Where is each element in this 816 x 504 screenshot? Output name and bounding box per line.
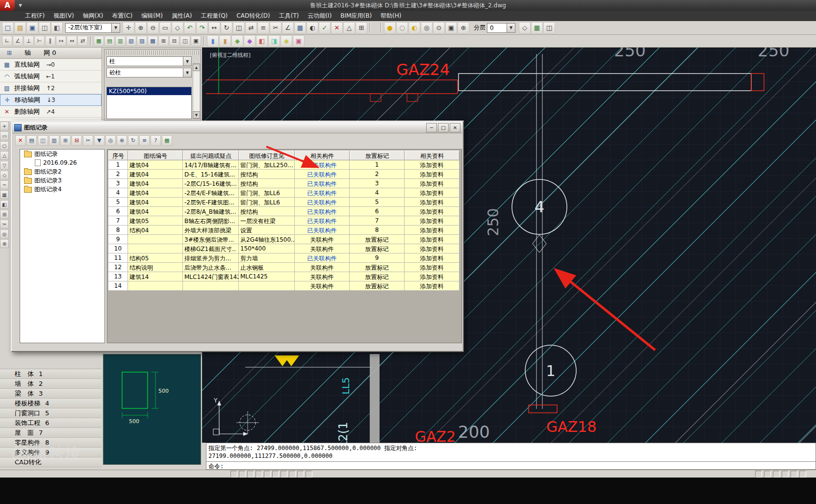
status-toggle-0[interactable] bbox=[230, 471, 237, 478]
draw-triangle-icon[interactable]: △ bbox=[0, 151, 9, 160]
component-list-item[interactable]: KZ(500*500) bbox=[107, 87, 191, 95]
cell-material[interactable]: 添加资料 bbox=[405, 160, 459, 170]
parallel-icon[interactable]: ∥ bbox=[45, 36, 55, 46]
menu-item-3[interactable]: 布置(C) bbox=[107, 11, 137, 21]
axis-copy-icon[interactable]: ◫ bbox=[180, 36, 190, 46]
cell-mark[interactable]: 1 bbox=[350, 160, 405, 170]
close-button[interactable]: ✕ bbox=[450, 123, 460, 132]
category-item-5[interactable]: 装饰工程6 bbox=[0, 418, 102, 428]
cell-material[interactable]: 添加资料 bbox=[405, 226, 459, 235]
draw-circle-icon[interactable]: ○ bbox=[0, 141, 9, 150]
menu-item-9[interactable]: 云功能(I) bbox=[303, 11, 336, 21]
cut-icon[interactable]: ✂ bbox=[83, 135, 93, 146]
help-icon[interactable]: ? bbox=[151, 135, 161, 146]
redo-icon[interactable]: ↷ bbox=[196, 22, 208, 34]
locate-small-icon[interactable]: ⊕ bbox=[0, 239, 9, 248]
table-row[interactable]: 4建筑04-2层4/E-F轴建筑...留门洞、加LL6已关联构件4添加资料 bbox=[108, 188, 459, 198]
layer-selector[interactable]: 0 ▼ bbox=[487, 23, 515, 33]
cell-material[interactable]: 添加资料 bbox=[405, 207, 459, 216]
zoom-extents-icon[interactable]: ◇ bbox=[172, 22, 183, 34]
table-row[interactable]: 2建筑04D-E、15-16建筑...按结构已关联构件2添加资料 bbox=[108, 170, 459, 179]
draw-curve-icon[interactable]: ~ bbox=[0, 180, 9, 189]
move-icon[interactable]: ↔ bbox=[208, 22, 220, 34]
status-toggle-4[interactable] bbox=[264, 471, 271, 478]
viewport-mode-label[interactable]: [俯视][二维线框] bbox=[210, 51, 251, 59]
erase-icon[interactable]: ✕ bbox=[331, 22, 343, 34]
cell-material[interactable]: 添加资料 bbox=[405, 235, 459, 244]
cell-material[interactable]: 添加资料 bbox=[405, 216, 459, 226]
maximize-button[interactable]: □ bbox=[438, 123, 449, 132]
cell-component[interactable]: 已关联构件 bbox=[295, 216, 350, 226]
cell-mark[interactable]: 2 bbox=[350, 170, 405, 179]
cell-component[interactable]: 已关联构件 bbox=[295, 207, 350, 216]
category-item-6[interactable]: 屋 面7 bbox=[0, 428, 102, 438]
solid-column-icon[interactable]: ▮ bbox=[207, 35, 219, 47]
status-tool-4[interactable] bbox=[790, 471, 797, 478]
component-subtype-select[interactable]: 砼柱 ▼ bbox=[106, 68, 192, 77]
axis-tool-1[interactable]: ◠弧线轴网←1 bbox=[0, 71, 102, 82]
fill-icon[interactable]: ◧ bbox=[0, 200, 9, 209]
chevron-down-icon[interactable]: ▼ bbox=[111, 24, 120, 32]
category-item-4[interactable]: 门窗洞口5 bbox=[0, 408, 102, 418]
cell-material[interactable]: 添加资料 bbox=[405, 272, 459, 281]
draw-rect-icon[interactable]: ▭ bbox=[0, 131, 9, 140]
swap-icon[interactable]: ⇄ bbox=[77, 36, 88, 46]
table-row[interactable]: 5建筑04-2层9/E-F建筑图...留门洞、加LL6已关联构件5添加资料 bbox=[108, 198, 459, 207]
check-icon[interactable]: ✓ bbox=[319, 22, 331, 34]
table-row[interactable]: 14关联构件放置标记添加资料 bbox=[108, 281, 459, 291]
cell-component[interactable]: 已关联构件 bbox=[295, 179, 350, 188]
bulb-on-icon[interactable]: ● bbox=[384, 22, 396, 34]
new-file-icon[interactable]: □ bbox=[2, 22, 14, 34]
solid-window-icon[interactable]: ◨ bbox=[268, 35, 280, 47]
minimize-button[interactable]: ─ bbox=[426, 123, 437, 132]
table-row[interactable]: 3建筑04-2层C/15-16建筑...按结构已关联构件3添加资料 bbox=[108, 179, 459, 188]
chevron-down-icon[interactable]: ▼ bbox=[507, 24, 515, 32]
status-tool-2[interactable] bbox=[773, 471, 780, 478]
category-item-2[interactable]: 梁 体3 bbox=[0, 389, 102, 399]
axis-dim-icon[interactable]: ▥ bbox=[115, 36, 126, 46]
flashlight-icon[interactable]: ◐ bbox=[408, 22, 420, 34]
cut-small-icon[interactable]: ✂ bbox=[0, 220, 9, 228]
cell-mark[interactable]: 3 bbox=[350, 179, 405, 188]
cell-component[interactable]: 已关联构件 bbox=[295, 188, 350, 198]
tree-item-1[interactable]: 2016.09.26 bbox=[20, 158, 104, 167]
cell-mark[interactable]: 7 bbox=[350, 216, 405, 226]
command-history[interactable]: 指定第一个角点: 27499.000000,115867.500000,0.00… bbox=[206, 443, 816, 462]
axis-grid-icon[interactable]: ▦ bbox=[94, 36, 104, 46]
length-icon[interactable]: ↔ bbox=[67, 36, 77, 46]
zoom-in-icon[interactable]: ⊕ bbox=[135, 22, 147, 34]
cell-material[interactable]: 添加资料 bbox=[405, 263, 459, 272]
app-logo-icon[interactable]: A bbox=[0, 0, 15, 11]
new-record-icon[interactable]: ▤ bbox=[26, 135, 37, 146]
axis-add-icon[interactable]: ⊞ bbox=[158, 36, 169, 46]
menu-item-0[interactable]: 工程(F) bbox=[21, 11, 49, 21]
table-row[interactable]: 8结构04外墙大样顶部挑梁设置已关联构件8添加资料 bbox=[108, 226, 459, 235]
open-file-icon[interactable]: ▤ bbox=[14, 22, 26, 34]
locate-record-icon[interactable]: ⊕ bbox=[117, 135, 127, 146]
status-tool-0[interactable] bbox=[755, 471, 762, 478]
print-icon[interactable]: ◫ bbox=[39, 22, 51, 34]
select-icon[interactable]: △ bbox=[343, 22, 355, 34]
cell-mark[interactable]: 放置标记 bbox=[350, 244, 405, 253]
perpendicular-icon[interactable]: ⊥ bbox=[24, 36, 34, 46]
status-tool-3[interactable] bbox=[782, 471, 789, 478]
camera-icon[interactable]: ▣ bbox=[445, 22, 457, 34]
solid-stair-icon[interactable]: ◆ bbox=[280, 35, 292, 47]
refresh-icon[interactable]: ↻ bbox=[128, 135, 138, 146]
menu-item-11[interactable]: 帮助(H) bbox=[376, 11, 406, 21]
cell-component[interactable]: 已关联构件 bbox=[295, 160, 350, 170]
floor-selector[interactable]: -2层(地下室) ▼ bbox=[65, 23, 120, 33]
axis-tool-0[interactable]: ▦直线轴网→0 bbox=[0, 59, 102, 71]
solid-wall-icon[interactable]: ▮ bbox=[219, 35, 231, 47]
bulb-off-icon[interactable]: ○ bbox=[396, 22, 408, 34]
export-icon[interactable]: ≡ bbox=[139, 135, 150, 146]
cell-component[interactable]: 关联构件 bbox=[295, 263, 350, 272]
table-row[interactable]: 10楼梯GZ1截面尺寸..150*400关联构件放置标记添加资料 bbox=[108, 244, 459, 253]
status-toggle-3[interactable] bbox=[255, 471, 262, 478]
extend-icon[interactable]: ↦ bbox=[56, 36, 66, 46]
cell-material[interactable]: 添加资料 bbox=[405, 244, 459, 253]
menu-item-7[interactable]: CAD转化(D) bbox=[232, 11, 274, 21]
snap-point-icon[interactable]: + bbox=[0, 122, 9, 130]
cell-mark[interactable]: 放置标记 bbox=[350, 272, 405, 281]
menu-item-8[interactable]: 工具(T) bbox=[275, 11, 304, 21]
